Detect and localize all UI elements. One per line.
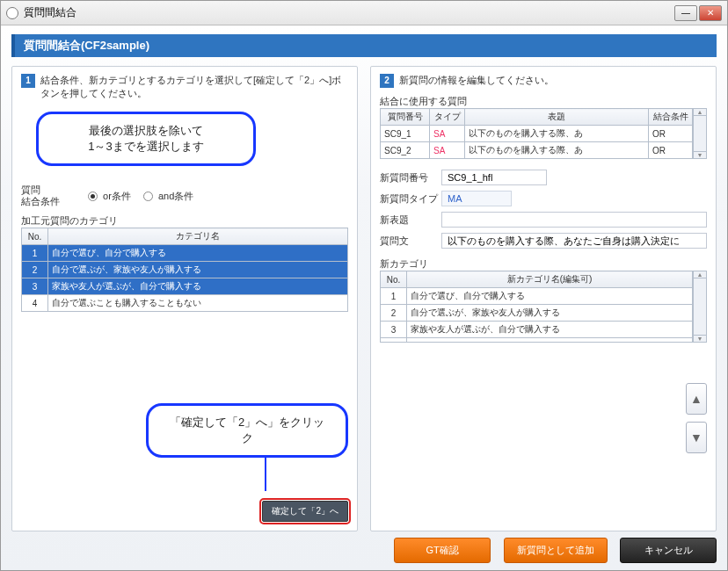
- scroll-up-icon[interactable]: [693, 108, 707, 116]
- source-category-table[interactable]: No. カテゴリ名 1自分で選び、自分で購入する 2自分で選ぶが、家族や友人が購…: [21, 228, 348, 312]
- new-qno-label: 新質問番号: [380, 171, 441, 184]
- new-qno-input[interactable]: [441, 170, 547, 185]
- step-2-instruction: 新質問の情報を編集してください。: [399, 74, 554, 87]
- table-row[interactable]: 1自分で選び、自分で購入する: [22, 245, 348, 262]
- callout-1: 最後の選択肢を除いて 1～3までを選択します: [36, 112, 256, 166]
- window: 質問間結合 質問間結合(CF2sample) 1 結合条件、新カテゴリとするカテ…: [0, 0, 728, 571]
- table-row[interactable]: 2自分で選ぶが、家族や友人が購入する: [22, 262, 348, 278]
- content-area: 質問間結合(CF2sample) 1 結合条件、新カテゴリとするカテゴリを選択し…: [1, 25, 727, 570]
- question-text-input[interactable]: [441, 233, 707, 249]
- radio-or[interactable]: [88, 192, 98, 201]
- table-row[interactable]: 1自分で選び、自分で購入する: [381, 288, 693, 305]
- table-row[interactable]: 2自分で選ぶが、家族や友人が購入する: [381, 305, 693, 322]
- step-1-badge: 1: [21, 74, 35, 88]
- radio-and[interactable]: [143, 192, 153, 201]
- page-title: 質問間結合(CF2sample): [11, 34, 717, 57]
- col-no: No.: [22, 228, 48, 245]
- radio-or-label: or条件: [103, 191, 131, 201]
- col-name: カテゴリ名: [48, 228, 348, 245]
- callout-2: 「確定して「2」へ」をクリック: [146, 403, 348, 458]
- table-row[interactable]: [381, 338, 693, 343]
- join-condition-label: 質問 結合条件: [21, 184, 83, 207]
- new-type-label: 新質問タイプ: [380, 192, 441, 206]
- cancel-button[interactable]: キャンセル: [620, 538, 717, 563]
- confirm-to-2-button[interactable]: 確定して「2」へ: [262, 501, 348, 522]
- close-button[interactable]: [699, 5, 722, 21]
- scroll-down-icon[interactable]: [693, 335, 707, 343]
- table-row[interactable]: 4自分で選ぶことも購入することもない: [22, 295, 348, 312]
- step-1-instruction: 結合条件、新カテゴリとするカテゴリを選択して[確定して「2」へ]ボタンを押してく…: [40, 74, 348, 100]
- radio-and-label: and条件: [158, 191, 193, 201]
- move-up-button[interactable]: ▲: [686, 383, 707, 415]
- scroll-up-icon[interactable]: [693, 271, 707, 278]
- table-row[interactable]: 3家族や友人が選ぶが、自分で購入する: [381, 322, 693, 338]
- new-subject-input[interactable]: [441, 212, 707, 228]
- add-as-new-question-button[interactable]: 新質問として追加: [504, 538, 608, 563]
- gt-confirm-button[interactable]: GT確認: [394, 538, 491, 563]
- new-subject-label: 新表題: [380, 213, 441, 227]
- source-questions-label: 結合に使用する質問: [380, 95, 707, 108]
- new-type-value: MA: [441, 191, 512, 206]
- window-title: 質問間結合: [24, 5, 76, 20]
- question-text-label: 質問文: [380, 235, 441, 248]
- title-bar: 質問間結合: [1, 1, 727, 25]
- table-row[interactable]: SC9_2SA以下のものを購入する際、あOR: [381, 142, 693, 159]
- move-down-button[interactable]: ▼: [686, 422, 707, 453]
- step-2-badge: 2: [380, 74, 394, 88]
- source-questions-table: 質問番号 タイプ 表題 結合条件 SC9_1SA以下のものを購入する際、あOR …: [380, 108, 693, 159]
- source-category-label: 加工元質問のカテゴリ: [21, 214, 348, 228]
- table-row[interactable]: 3家族や友人が選ぶが、自分で購入する: [22, 278, 348, 295]
- new-category-table[interactable]: No. 新カテゴリ名(編集可) 1自分で選び、自分で購入する 2自分で選ぶが、家…: [380, 271, 693, 343]
- minimize-button[interactable]: [674, 5, 697, 21]
- new-category-label: 新カテゴリ: [380, 257, 707, 271]
- app-icon: [6, 7, 18, 19]
- scroll-down-icon[interactable]: [693, 151, 707, 159]
- panel-step-2: 2 新質問の情報を編集してください。 結合に使用する質問 質問番号 タイプ 表題…: [370, 66, 717, 531]
- footer-bar: GT確認 新質問として追加 キャンセル: [1, 538, 727, 563]
- table-row[interactable]: SC9_1SA以下のものを購入する際、あOR: [381, 126, 693, 142]
